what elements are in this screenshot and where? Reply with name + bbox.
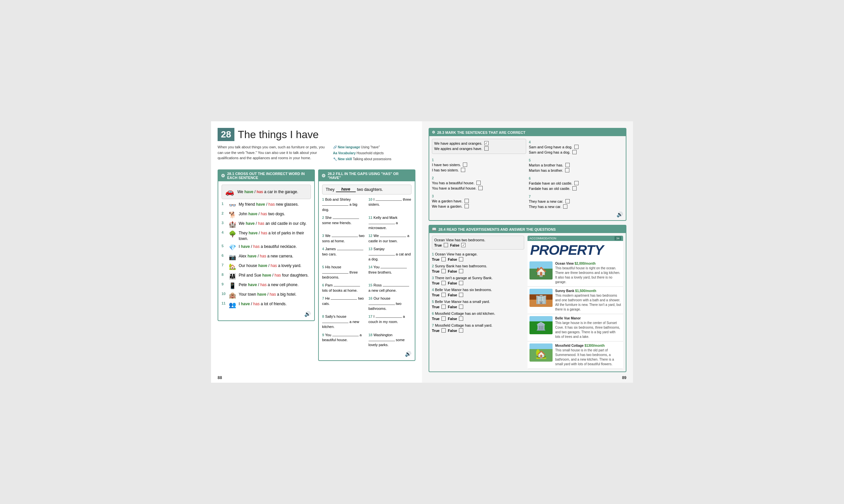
list-item: Mossfield Cottage $1300/month This small… xyxy=(527,342,623,369)
list-item: 4 James two cars. xyxy=(322,247,365,262)
checkbox[interactable] xyxy=(459,281,463,285)
checkbox[interactable] xyxy=(459,269,463,273)
list-item: 7 He two cats. xyxy=(322,296,365,311)
list-item: 4 Belle Vue Manor has six bedrooms. True… xyxy=(432,288,524,297)
audio-icon-282[interactable]: 🔊 xyxy=(322,351,411,357)
list-item: 1 👓 My friend have / has new glasses. xyxy=(221,202,311,209)
new-skill-label: 🔧 New skill xyxy=(333,157,352,161)
list-item: 7 Mossfield Cottage has a small yard. Tr… xyxy=(432,323,524,332)
checkbox[interactable] xyxy=(465,199,469,203)
gear-icon-282: ⚙ xyxy=(321,173,326,178)
checkbox[interactable] xyxy=(442,257,446,262)
exercise-284-example: Ocean View has two bedrooms. True False xyxy=(432,236,524,250)
list-item: 18 Washington some lovely parks. xyxy=(369,332,412,348)
book-icon-284: 📖 xyxy=(432,227,436,231)
exercise-283-header: ⚙ 28.3 MARK THE SENTENCES THAT ARE CORRE… xyxy=(429,129,626,136)
checkbox[interactable] xyxy=(459,328,463,332)
belle-vue-info: Belle Vue Manor This large house is in t… xyxy=(555,316,621,339)
check-row: We apples and oranges have. xyxy=(434,146,524,151)
list-item: 9 You a beautiful house. xyxy=(322,332,365,348)
list-item: 11 Kelly and Mark a microwave. xyxy=(369,215,412,230)
ocean-view-info: Ocean View $2,000/month This beautiful h… xyxy=(555,262,621,285)
checkbox[interactable] xyxy=(465,204,469,208)
checkbox[interactable] xyxy=(442,305,446,309)
new-language-label: 🔗 New language xyxy=(333,145,360,149)
checkbox[interactable] xyxy=(574,145,579,149)
gear-icon-283: ⚙ xyxy=(432,130,435,134)
audio-icon-283[interactable]: 🔊 xyxy=(529,211,623,218)
checkbox[interactable] xyxy=(461,168,465,172)
list-item: 3 We two sons at home. xyxy=(322,233,365,244)
property-title: PROPERTY xyxy=(527,241,623,259)
checkbox[interactable] xyxy=(565,168,569,173)
checkbox[interactable] xyxy=(565,199,570,203)
list-item: 1 I have two sisters. I has two sisters. xyxy=(432,157,526,172)
chapter-header: 28 The things I have xyxy=(218,128,415,141)
list-item: 10 I three sisters. xyxy=(369,197,412,212)
checkbox[interactable] xyxy=(574,181,579,185)
list-item: 16 Our house two bathrooms. xyxy=(369,296,412,311)
checkbox[interactable] xyxy=(442,328,446,332)
page-number-left: 88 xyxy=(218,375,222,380)
list-item: 5 His house three bedrooms. xyxy=(322,265,365,280)
audio-icon-281[interactable]: 🔊 xyxy=(221,311,311,317)
checkbox[interactable] xyxy=(484,141,489,145)
list-item: 2 🐕 John have / has two dogs. xyxy=(221,211,311,218)
list-item: 14 You three brothers. xyxy=(369,265,412,280)
checkbox-false-example[interactable] xyxy=(461,243,466,247)
exercise-284: 📖 28.4 READ THE ADVERTISEMENTS AND ANSWE… xyxy=(429,225,626,372)
list-item: 7 They have a new car. They has a new ca… xyxy=(529,193,623,209)
checkbox[interactable] xyxy=(572,186,577,191)
checkbox[interactable] xyxy=(442,281,446,285)
mossfield-info: Mossfield Cottage $1300/month This small… xyxy=(555,343,621,366)
checkbox[interactable] xyxy=(459,305,463,309)
checkbox[interactable] xyxy=(484,146,489,151)
list-item: 5 Belle Vue Manor has a small yard. True… xyxy=(432,300,524,309)
belle-vue-image xyxy=(529,316,553,334)
list-item: 11 👥 I have / has a lot of friends. xyxy=(221,301,311,308)
exercise-282-example: They have two daughters. xyxy=(322,185,411,195)
intro-text: When you talk about things you own, such… xyxy=(218,144,326,162)
example-text: We have / has a car in the garage. xyxy=(237,190,298,194)
checkbox[interactable] xyxy=(563,204,568,209)
chapter-number: 28 xyxy=(218,128,234,141)
list-item: 13 Sanjay a cat and a dog. xyxy=(369,247,412,262)
list-item: 2 She some new friends. xyxy=(322,215,365,230)
list-item: 10 🏨 Your town have / has a big hotel. xyxy=(221,292,311,299)
list-item: 6 Pam lots of books at home. xyxy=(322,283,365,293)
list-item: 5 Marlon a brother has. Marlon has a bro… xyxy=(529,157,623,173)
checkbox[interactable] xyxy=(477,181,481,185)
checkbox[interactable] xyxy=(572,150,577,154)
checkbox[interactable] xyxy=(459,293,463,297)
list-item: 9 📱 Pete have / has a new cell phone. xyxy=(221,282,311,289)
checkbox[interactable] xyxy=(565,163,570,167)
checkbox[interactable] xyxy=(442,317,446,321)
list-item: 5 💎 I have / has a beautiful necklace. xyxy=(221,244,311,251)
list-item: 6 Mossfield Cottage has an old kitchen. … xyxy=(432,311,524,321)
list-item: Sunny Bank $1,500/month This modern apar… xyxy=(527,287,623,314)
list-item: 4 Sam and Greg have a dog. Sam and Greg … xyxy=(529,139,623,154)
ocean-view-image xyxy=(529,262,553,280)
list-item: 1 Bob and Shirley a big dog. xyxy=(322,197,365,212)
chapter-title: The things I have xyxy=(238,129,319,141)
list-item: 3 🏰 We have / has an old castle in our c… xyxy=(221,221,311,228)
checkbox[interactable] xyxy=(442,269,446,273)
checkbox[interactable] xyxy=(463,162,467,167)
sunny-bank-image xyxy=(529,289,553,307)
checkbox[interactable] xyxy=(442,293,446,297)
new-language-box: 🔗 New language Using "have" Aa Vocabular… xyxy=(333,144,391,162)
list-item: 12 We a castle in our town. xyxy=(369,233,412,244)
checkbox[interactable] xyxy=(459,257,463,262)
mossfield-image xyxy=(529,343,553,362)
exercise-283-example: We have apples and oranges. We apples an… xyxy=(432,139,526,154)
checkbox-true-example[interactable] xyxy=(444,243,448,247)
checkbox[interactable] xyxy=(459,317,463,321)
list-item: 17 I a couch in my room. xyxy=(369,314,412,329)
exercise-283: ⚙ 28.3 MARK THE SENTENCES THAT ARE CORRE… xyxy=(429,128,626,221)
example-fill-answer: have xyxy=(336,187,356,192)
property-tag: ACCOMMODATION 34 xyxy=(527,236,623,241)
vocabulary-label: Aa Vocabulary xyxy=(333,151,356,155)
list-item: Belle Vue Manor This large house is in t… xyxy=(527,314,623,342)
checkbox[interactable] xyxy=(478,186,483,190)
list-item: Ocean View $2,000/month This beautiful h… xyxy=(527,259,623,287)
